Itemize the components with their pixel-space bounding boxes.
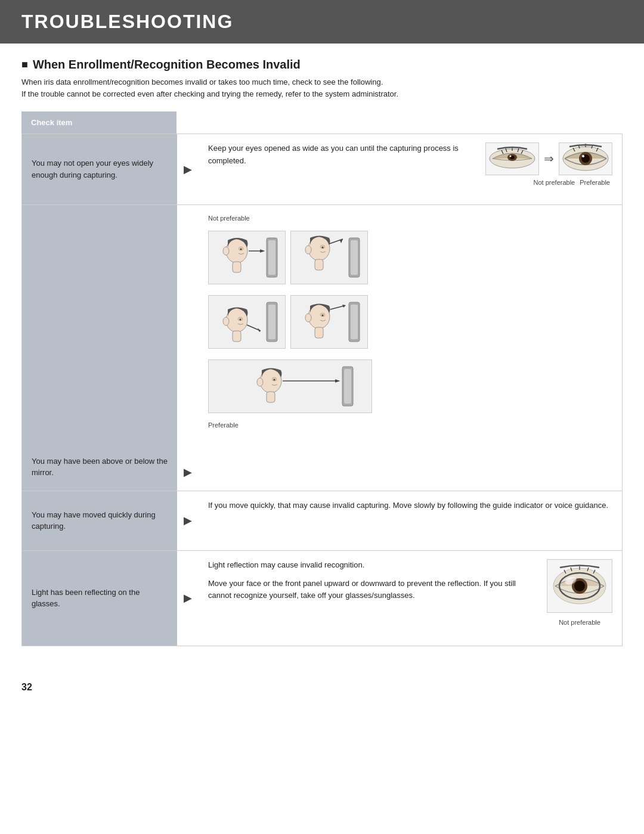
remedy-text-3: If you move quickly, that may cause inva…: [208, 500, 612, 512]
eye-good-image: [559, 142, 612, 175]
eye-comparison: ⇒: [485, 142, 612, 188]
glasses-image: [547, 559, 612, 613]
svg-rect-24: [233, 262, 241, 272]
check-item-3: You may have moved quickly during captur…: [22, 491, 177, 550]
svg-point-49: [321, 315, 323, 317]
remedy-4: Light reflection may cause invalid recog…: [199, 551, 622, 646]
arrow-icon-3: ▶: [177, 491, 199, 550]
mirror-img-good: [208, 359, 372, 413]
svg-point-40: [239, 319, 241, 321]
check-item-1: You may not open your eyes widely enough…: [22, 134, 177, 204]
arrow-icon-2: ▶: [177, 205, 199, 491]
col-check-header: Check item: [21, 111, 177, 134]
svg-rect-42: [233, 331, 241, 342]
section-title: When Enrollment/Recognition Becomes Inva…: [21, 58, 623, 72]
svg-rect-46: [351, 305, 358, 339]
svg-rect-60: [267, 392, 275, 402]
svg-rect-37: [268, 305, 275, 339]
svg-rect-55: [344, 369, 351, 404]
svg-point-12: [582, 155, 584, 157]
svg-rect-33: [315, 259, 323, 270]
svg-point-59: [257, 378, 263, 386]
svg-point-31: [321, 247, 323, 249]
svg-rect-28: [351, 240, 358, 275]
check-item-4: Light has been reflecting on the glasses…: [22, 551, 177, 646]
table-row: Light has been reflecting on the glasses…: [21, 551, 623, 646]
remedy-3: If you move quickly, that may cause inva…: [199, 491, 622, 550]
remedy-text-4: Light reflection may cause invalid recog…: [208, 559, 540, 602]
col-remedy-header: Remedy: [177, 111, 623, 134]
mirror-img-bad1: [208, 231, 286, 284]
eye-labels: Not preferable Preferable: [534, 178, 612, 188]
remedy-1: Keep your eyes opened as wide as you can…: [199, 134, 622, 204]
svg-point-66: [574, 581, 585, 591]
mirror-img-bad3: [208, 295, 286, 349]
page-title: TROUBLESHOOTING: [21, 11, 623, 33]
table-row: You may have been above or below the mir…: [21, 205, 623, 491]
mirror-preferable: [208, 359, 612, 413]
glasses-not-preferable-label: Not preferable: [559, 618, 600, 628]
svg-point-41: [223, 317, 229, 325]
header-bar: TROUBLESHOOTING: [0, 0, 644, 44]
page-number: 32: [0, 670, 644, 699]
preferable-label: Preferable: [208, 420, 612, 431]
check-item-2: You may have been above or below the mir…: [22, 205, 177, 491]
svg-rect-19: [268, 240, 275, 275]
mirror-not-preferable: [208, 231, 612, 284]
remedy-2: Not preferable: [199, 205, 622, 491]
table-header: Check item Remedy: [21, 111, 623, 134]
table-row: You may not open your eyes widely enough…: [21, 134, 623, 205]
svg-line-52: [330, 306, 344, 309]
section-desc: When iris data enrollment/recognition be…: [21, 76, 623, 100]
eye-bad-image: [485, 142, 539, 175]
svg-rect-51: [315, 327, 323, 338]
table-row: You may have moved quickly during captur…: [21, 491, 623, 551]
arrow-icon-1: ▶: [177, 134, 199, 204]
mirror-not-preferable-2: [208, 295, 612, 349]
mirror-img-bad4: [290, 295, 368, 349]
svg-point-22: [240, 249, 242, 250]
svg-point-58: [274, 379, 275, 381]
svg-point-23: [223, 247, 229, 255]
svg-point-32: [305, 246, 311, 254]
not-preferable-label: Not preferable: [208, 213, 612, 224]
svg-point-50: [305, 314, 311, 322]
remedy-text-1: Keep your eyes opened as wide as you can…: [208, 142, 478, 168]
mirror-img-bad2: [290, 231, 368, 284]
arrow-icon-4: ▶: [177, 551, 199, 646]
svg-point-3: [510, 156, 512, 157]
arrow-separator: ⇒: [544, 149, 554, 168]
